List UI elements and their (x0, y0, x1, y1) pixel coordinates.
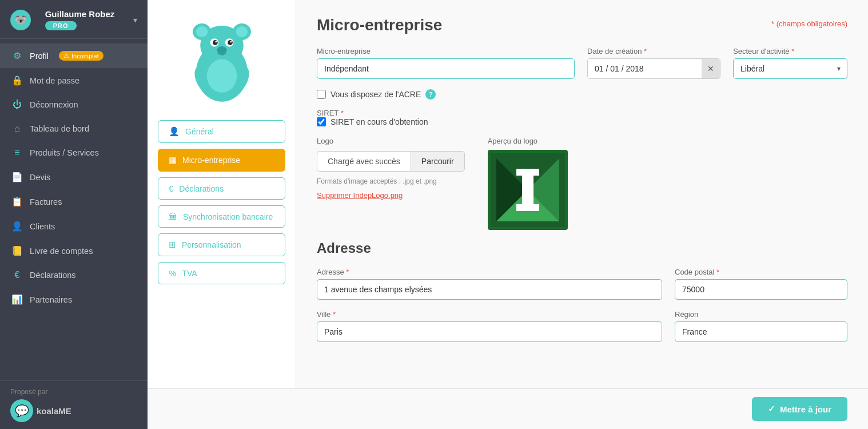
date-creation-input[interactable] (588, 59, 702, 78)
siret-section: SIRET * SIRET en cours d'obtention (317, 109, 847, 126)
logo-label: Logo (317, 137, 465, 145)
user-info: Guillaume Robez PRO (45, 9, 115, 30)
sidebar-item-mot-de-passe[interactable]: 🔒 Mot de passe (0, 68, 148, 93)
sidebar-item-label: Devis (30, 173, 50, 182)
percent-icon: % (169, 268, 176, 278)
sidebar-item-label: Produits / Services (30, 148, 99, 157)
euro-icon: € (11, 270, 23, 280)
micro-entreprise-group: Micro-entreprise (317, 47, 575, 79)
sidebar-item-tableau-de-bord[interactable]: ⌂ Tableau de bord (0, 117, 148, 141)
sidebar-nav: ⚙ Profil ⚠ Incomplet 🔒 Mot de passe ⏻ Dé… (0, 39, 148, 380)
logo-preview-label: Aperçu du logo (488, 137, 568, 145)
sidebar-item-profil[interactable]: ⚙ Profil ⚠ Incomplet (0, 43, 148, 68)
svg-point-8 (213, 40, 218, 45)
lock-icon: 🔒 (11, 75, 23, 86)
acre-row: Vous disposez de l'ACRE ? (317, 89, 847, 100)
gear-icon: ⚙ (11, 50, 23, 61)
username: Guillaume Robez (45, 9, 115, 19)
sub-nav-tva[interactable]: % TVA (158, 262, 285, 284)
sidebar-item-label: Tableau de bord (30, 124, 89, 133)
sidebar-item-deconnexion[interactable]: ⏻ Déconnexion (0, 93, 148, 117)
sidebar-item-label: Factures (30, 197, 62, 206)
sidebar: 🐨 Guillaume Robez PRO ▾ ⚙ Profil ⚠ Incom… (0, 0, 148, 429)
sub-nav: 👤 Général ▦ Micro-entreprise € Déclarati… (148, 0, 296, 429)
logo-loaded-button: Chargé avec succès (317, 151, 411, 172)
chevron-down-icon[interactable]: ▾ (133, 15, 137, 25)
code-postal-group: Code postal * (675, 268, 847, 300)
sidebar-item-declarations[interactable]: € Déclarations (0, 263, 148, 287)
sub-nav-general[interactable]: 👤 Général (158, 120, 285, 143)
ville-group: Ville * (317, 310, 662, 342)
date-wrapper: ✕ (587, 58, 720, 79)
date-clear-button[interactable]: ✕ (702, 59, 720, 78)
partner-icon: 📊 (11, 294, 23, 305)
secteur-select[interactable]: Libéral Commercial Artisan (733, 58, 847, 79)
update-button-label: Mettre à jour (780, 404, 831, 414)
update-button[interactable]: ✓ Mettre à jour (752, 397, 847, 421)
sidebar-item-devis[interactable]: 📄 Devis (0, 165, 148, 189)
logo-browse-button[interactable]: Parcourir (411, 151, 465, 172)
svg-point-15 (206, 59, 236, 93)
sidebar-item-produits-services[interactable]: ≡ Produits / Services (0, 141, 148, 165)
main: 👤 Général ▦ Micro-entreprise € Déclarati… (148, 0, 868, 429)
sub-nav-declarations-label: Déclarations (179, 184, 224, 193)
svg-point-3 (196, 26, 207, 37)
sidebar-item-label: Partenaires (30, 295, 72, 304)
logo-section: Logo Chargé avec succès Parcourir Format… (317, 137, 847, 230)
koala-logo (176, 11, 268, 109)
svg-point-9 (228, 40, 233, 45)
micro-entreprise-input[interactable] (317, 58, 575, 79)
euro-icon: € (169, 184, 173, 193)
building-icon: ▦ (169, 155, 177, 165)
sidebar-item-livre-de-comptes[interactable]: 📒 Livre de comptes (0, 239, 148, 263)
list-icon: ≡ (11, 148, 23, 158)
sidebar-item-label: Mot de passe (30, 76, 79, 85)
adresse-group: Adresse * (317, 268, 662, 300)
sidebar-item-label: Clients (30, 222, 55, 231)
secteur-label: Secteur d'activité * (733, 47, 847, 55)
acre-checkbox[interactable] (317, 90, 326, 99)
bottom-bar: ✓ Mettre à jour (148, 388, 868, 429)
sub-nav-declarations[interactable]: € Déclarations (158, 177, 285, 200)
chat-bubble-icon[interactable]: 💬 (10, 399, 33, 422)
sidebar-footer: Proposé par 💬 koalaME (0, 380, 148, 429)
adresse-title: Adresse (317, 240, 847, 256)
logo-buttons: Chargé avec succès Parcourir (317, 151, 465, 172)
code-postal-input[interactable] (675, 279, 847, 300)
help-icon[interactable]: ? (425, 89, 436, 100)
svg-point-10 (215, 41, 217, 43)
logo-preview-image (488, 150, 568, 230)
sidebar-item-partenaires[interactable]: 📊 Partenaires (0, 287, 148, 312)
doc-icon: 📄 (11, 172, 23, 182)
sidebar-item-label: Livre de comptes (30, 247, 93, 256)
secteur-group: Secteur d'activité * Libéral Commercial … (733, 47, 847, 79)
power-icon: ⏻ (11, 100, 23, 110)
pro-badge: PRO (45, 21, 77, 30)
sidebar-item-clients[interactable]: 👤 Clients (0, 214, 148, 239)
adresse-row-1: Adresse * Code postal * (317, 268, 847, 300)
content-area: Micro-entreprise * (champs obligatoires)… (296, 0, 868, 429)
sub-nav-sync[interactable]: 🏛 Synchronisation bancaire (158, 205, 285, 228)
adresse-input[interactable] (317, 279, 662, 300)
ville-input[interactable] (317, 321, 662, 342)
sub-nav-personnalisation[interactable]: ⊞ Personnalisation (158, 233, 285, 256)
bank-icon: 🏛 (169, 212, 177, 221)
logo-formats-text: Formats d'image acceptés : .jpg et .png (317, 177, 465, 185)
client-icon: 👤 (11, 221, 23, 232)
siret-checkbox[interactable] (317, 117, 326, 126)
micro-entreprise-label: Micro-entreprise (317, 47, 575, 55)
sidebar-item-factures[interactable]: 📋 Factures (0, 189, 148, 214)
date-creation-group: Date de création * ✕ (587, 47, 720, 79)
logo-delete-link[interactable]: Supprimer IndepLogo.png (317, 191, 465, 200)
adresse-row-2: Ville * Région (317, 310, 847, 342)
sub-nav-micro-entreprise[interactable]: ▦ Micro-entreprise (158, 149, 285, 172)
svg-point-11 (230, 41, 232, 43)
sidebar-item-label: Déconnexion (30, 100, 78, 109)
siret-checkbox-label: SIRET en cours d'obtention (331, 117, 428, 126)
sidebar-header: 🐨 Guillaume Robez PRO ▾ (0, 0, 148, 39)
logo-preview: Aperçu du logo (488, 137, 568, 230)
form-row-1: Micro-entreprise Date de création * ✕ Se… (317, 47, 847, 79)
avatar: 🐨 (10, 10, 31, 30)
page-title: Micro-entreprise (317, 16, 442, 34)
region-input[interactable] (675, 321, 847, 342)
